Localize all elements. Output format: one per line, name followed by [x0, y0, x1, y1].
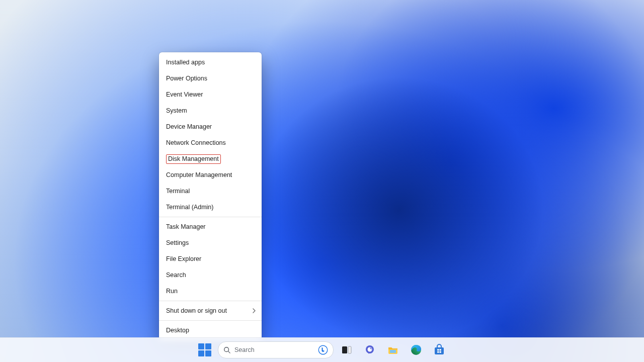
windows-logo-icon: [198, 343, 211, 356]
taskbar-search[interactable]: Search: [218, 341, 334, 358]
bing-chat-icon: [318, 345, 328, 355]
svg-rect-10: [437, 349, 439, 350]
taskview-icon: [341, 344, 353, 356]
menu-item-terminal[interactable]: Terminal: [159, 183, 262, 199]
menu-item-system[interactable]: System: [159, 103, 262, 119]
svg-line-1: [228, 351, 230, 353]
menu-item-task-manager[interactable]: Task Manager: [159, 219, 262, 235]
chevron-right-icon: [252, 303, 257, 319]
desktop-wallpaper: [0, 0, 644, 362]
svg-rect-11: [440, 349, 441, 350]
folder-icon: [387, 344, 399, 356]
start-button[interactable]: [195, 340, 215, 360]
taskbar: Search: [0, 337, 644, 362]
menu-separator: [159, 301, 262, 301]
store-button[interactable]: [429, 340, 449, 360]
chat-icon: [364, 344, 376, 356]
menu-separator: [159, 320, 262, 321]
menu-separator: [159, 217, 262, 217]
svg-rect-3: [342, 346, 347, 353]
svg-rect-7: [390, 350, 396, 353]
menu-item-run[interactable]: Run: [159, 283, 262, 299]
menu-item-device-manager[interactable]: Device Manager: [159, 119, 262, 135]
menu-item-file-explorer[interactable]: File Explorer: [159, 251, 262, 267]
menu-item-terminal-admin[interactable]: Terminal (Admin): [159, 199, 262, 215]
menu-item-search[interactable]: Search: [159, 267, 262, 283]
edge-icon: [410, 344, 422, 356]
menu-item-desktop[interactable]: Desktop: [159, 322, 262, 338]
menu-item-installed-apps[interactable]: Installed apps: [159, 54, 262, 70]
svg-rect-4: [348, 346, 351, 353]
winx-context-menu: Installed apps Power Options Event Viewe…: [159, 52, 262, 340]
menu-item-shut-down-sign-out[interactable]: Shut down or sign out: [159, 303, 262, 319]
menu-item-event-viewer[interactable]: Event Viewer: [159, 86, 262, 103]
task-view-button[interactable]: [337, 340, 357, 360]
svg-rect-13: [440, 351, 441, 353]
chat-button[interactable]: [360, 340, 380, 360]
menu-item-disk-management[interactable]: Disk Management: [159, 151, 262, 167]
edge-button[interactable]: [406, 340, 426, 360]
search-placeholder: Search: [234, 346, 255, 353]
menu-item-power-options[interactable]: Power Options: [159, 70, 262, 86]
menu-item-network-connections[interactable]: Network Connections: [159, 135, 262, 151]
svg-rect-9: [435, 347, 444, 354]
file-explorer-button[interactable]: [383, 340, 403, 360]
svg-point-2: [318, 345, 328, 354]
store-icon: [433, 344, 445, 356]
svg-rect-12: [437, 351, 439, 353]
menu-item-computer-management[interactable]: Computer Management: [159, 167, 262, 183]
menu-item-settings[interactable]: Settings: [159, 235, 262, 251]
search-icon: [223, 346, 230, 353]
